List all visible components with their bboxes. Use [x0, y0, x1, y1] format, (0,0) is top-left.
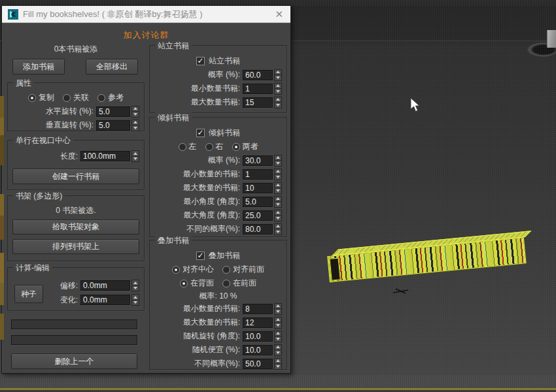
create-row-button[interactable]: 创建一行书籍 [12, 169, 139, 184]
radio-align-front[interactable] [222, 266, 230, 274]
add-books-button[interactable]: 添加书籍 [12, 59, 65, 74]
pick-shelf-button[interactable]: 拾取书架对象 [12, 220, 139, 235]
spinner-arrows[interactable] [274, 317, 282, 329]
spinner-arrows[interactable] [274, 83, 282, 95]
leaning-max-angle-input[interactable]: 25.0 [243, 210, 273, 221]
radio-at-front[interactable] [222, 280, 230, 287]
spinner-down-icon[interactable] [131, 301, 139, 306]
radio-left[interactable] [179, 143, 186, 151]
spinner-up-icon[interactable] [274, 317, 282, 323]
close-icon[interactable]: ✕ [273, 9, 285, 19]
spinner-up-icon[interactable] [274, 344, 282, 351]
spinner-arrows[interactable] [274, 344, 282, 356]
spinner-down-icon[interactable] [131, 286, 139, 292]
stacked-checkbox[interactable] [196, 252, 205, 260]
spinner-arrows[interactable] [274, 169, 282, 180]
delete-last-button[interactable]: 删除上一个 [11, 353, 137, 369]
stacked-max-books-input[interactable]: 12 [243, 318, 273, 328]
spinner-arrows[interactable] [274, 155, 282, 167]
spinner-down-icon[interactable] [274, 188, 282, 194]
spinner-up-icon[interactable] [274, 182, 282, 189]
spinner-down-icon[interactable] [274, 75, 282, 81]
spinner-down-icon[interactable] [274, 350, 282, 356]
seed-button[interactable]: 种子 [14, 285, 43, 303]
radio-right[interactable] [205, 143, 213, 151]
spinner-up-icon[interactable] [274, 196, 282, 203]
h-rotation-input[interactable]: 5.0 [96, 106, 130, 117]
spinner-down-icon[interactable] [274, 364, 282, 370]
spinner-arrows[interactable] [131, 106, 139, 118]
spinner-down-icon[interactable] [131, 157, 139, 163]
spinner-up-icon[interactable] [274, 97, 282, 103]
v-rotation-input[interactable]: 5.0 [96, 120, 130, 131]
arrange-shelf-button[interactable]: 排列到书架上 [12, 239, 139, 254]
length-input[interactable]: 100.0mm [80, 151, 130, 161]
spinner-down-icon[interactable] [274, 323, 282, 329]
spinner-up-icon[interactable] [274, 358, 282, 365]
spinner-up-icon[interactable] [131, 280, 139, 286]
stacked-min-books-input[interactable]: 8 [243, 304, 273, 314]
join-discussion-link[interactable]: 加入讨论群 [2, 29, 290, 41]
leaning-min-books-input[interactable]: 1 [243, 169, 273, 180]
standing-probability-input[interactable]: 60.0 [243, 70, 273, 80]
stacked-random-rotation-input[interactable]: 10.0 [243, 331, 273, 342]
spinner-arrows[interactable] [274, 358, 282, 370]
radio-instance[interactable] [63, 94, 71, 102]
spinner-down-icon[interactable] [274, 103, 282, 108]
spinner-down-icon[interactable] [274, 336, 282, 342]
scene-cube-object[interactable] [547, 30, 556, 48]
radio-at-back[interactable] [180, 280, 188, 287]
spinner-arrows[interactable] [274, 223, 282, 235]
spinner-down-icon[interactable] [131, 125, 139, 131]
radio-reference[interactable] [97, 94, 105, 102]
spinner-arrows[interactable] [274, 69, 282, 81]
stacked-random-offset-input[interactable]: 10.0 [243, 345, 273, 355]
spinner-up-icon[interactable] [274, 169, 282, 175]
spinner-up-icon[interactable] [131, 294, 139, 301]
spinner-down-icon[interactable] [131, 112, 139, 118]
spinner-down-icon[interactable] [274, 174, 282, 180]
variation-input[interactable]: 0.0mm [80, 295, 130, 305]
radio-align-center[interactable] [172, 266, 180, 274]
spinner-arrows[interactable] [274, 182, 282, 194]
spinner-down-icon[interactable] [274, 202, 282, 208]
spinner-up-icon[interactable] [274, 223, 282, 230]
spinner-up-icon[interactable] [131, 150, 139, 157]
spinner-up-icon[interactable] [274, 69, 282, 76]
spinner-down-icon[interactable] [274, 309, 282, 315]
spinner-down-icon[interactable] [274, 216, 282, 221]
standing-checkbox[interactable] [196, 57, 205, 65]
remove-all-button[interactable]: 全部移出 [86, 59, 138, 74]
spinner-arrows[interactable] [274, 196, 282, 208]
spinner-up-icon[interactable] [131, 106, 139, 112]
spinner-arrows[interactable] [274, 97, 282, 108]
spinner-arrows[interactable] [274, 331, 282, 342]
spinner-up-icon[interactable] [274, 331, 282, 337]
spinner-up-icon[interactable] [274, 303, 282, 310]
spinner-up-icon[interactable] [274, 83, 282, 90]
spinner-up-icon[interactable] [274, 210, 282, 216]
leaning-probability-input[interactable]: 30.0 [243, 155, 273, 166]
leaning-checkbox[interactable] [196, 129, 205, 137]
spinner-arrows[interactable] [131, 280, 139, 291]
radio-both[interactable] [232, 143, 240, 151]
radio-copy[interactable] [28, 94, 36, 102]
standing-max-books-input[interactable]: 15 [243, 97, 273, 108]
spinner-arrows[interactable] [274, 210, 282, 221]
spinner-arrows[interactable] [131, 120, 139, 131]
spinner-down-icon[interactable] [274, 89, 282, 95]
spinner-down-icon[interactable] [274, 229, 282, 235]
standing-min-books-input[interactable]: 1 [243, 84, 273, 94]
books-row-object[interactable] [327, 231, 531, 291]
spinner-up-icon[interactable] [131, 120, 139, 126]
leaning-min-angle-input[interactable]: 5.0 [243, 197, 273, 207]
stacked-diff-probability-input[interactable]: 50.0 [243, 359, 273, 369]
dialog-titlebar[interactable]: Fill my bookshelves! ( 非原创 翻译by:舞召扬慧 ) ✕ [2, 6, 290, 23]
spinner-up-icon[interactable] [274, 155, 282, 161]
leaning-diff-probability-input[interactable]: 80.0 [243, 224, 273, 235]
leaning-max-books-input[interactable]: 10 [243, 183, 273, 193]
spinner-down-icon[interactable] [274, 161, 282, 167]
spinner-arrows[interactable] [131, 150, 139, 162]
offset-input[interactable]: 0.0mm [80, 280, 130, 291]
spinner-arrows[interactable] [274, 303, 282, 315]
